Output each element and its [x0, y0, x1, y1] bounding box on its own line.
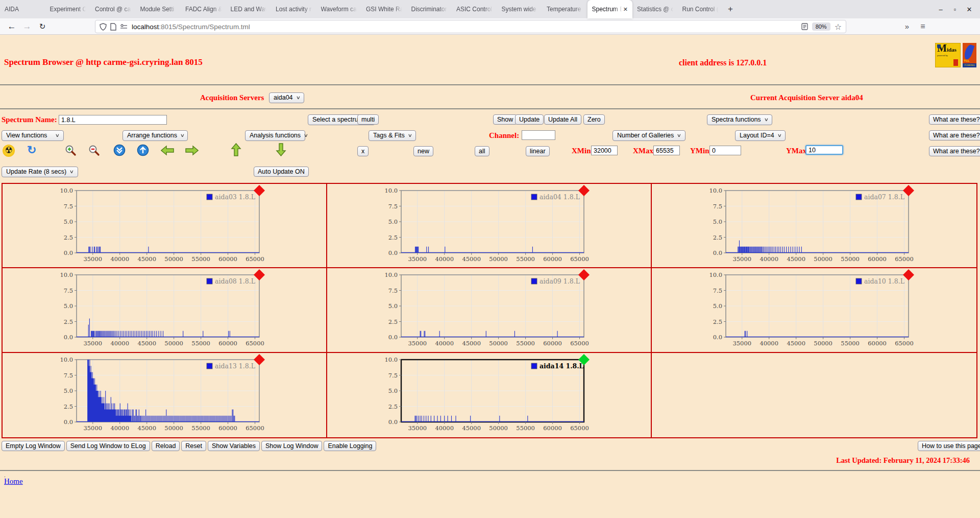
tags-fits-select[interactable]: Tags & Fits∨ — [369, 130, 416, 141]
browser-tab-bar: AIDAExperiment CControl @ caModule Setti… — [0, 0, 980, 18]
number-of-galleries-select[interactable]: Number of Galleries∨ — [612, 130, 685, 141]
arrow-right-icon[interactable] — [185, 145, 199, 158]
browser-tab-control-ca[interactable]: Control @ ca — [90, 0, 136, 18]
overflow-chevrons-icon[interactable]: » — [901, 18, 913, 34]
new-tab-button[interactable]: + — [723, 0, 738, 18]
x-axis-button[interactable]: x — [357, 146, 369, 156]
browser-tab-spectrum-b[interactable]: Spectrum B✕ — [587, 0, 633, 18]
xmax-input[interactable] — [653, 146, 680, 155]
show-button[interactable]: Show — [493, 114, 517, 125]
spectrum-panel-aida07[interactable]: 0.02.55.07.510.0350004000045000500005500… — [652, 184, 976, 268]
svg-text:65000: 65000 — [246, 340, 264, 347]
radiation-icon[interactable]: ☢ — [3, 145, 15, 157]
arrow-up-icon[interactable] — [231, 143, 241, 158]
reader-view-icon[interactable] — [801, 23, 808, 30]
acquisition-server-select[interactable]: aida04∨ — [269, 92, 304, 103]
arrow-left-icon[interactable] — [161, 145, 174, 158]
forward-icon[interactable]: → — [20, 18, 34, 34]
browser-tab-fadc-align-[interactable]: FADC Align & — [181, 0, 226, 18]
spectrum-panel-aida13[interactable]: 0.02.55.07.510.0350004000045000500005500… — [3, 353, 327, 437]
midas-logo[interactable]: Midas powered by — [935, 43, 961, 67]
browser-tab-system-wide[interactable]: System wide — [497, 0, 543, 18]
spectrum-panel-aida14[interactable]: 0.02.55.07.510.0350004000045000500005500… — [327, 353, 652, 437]
what-are-these-button-2[interactable]: What are these? — [929, 130, 980, 140]
reload-icon[interactable]: ↻ — [36, 18, 49, 34]
ymax-input[interactable] — [805, 145, 843, 155]
spectrum-panel-aida04[interactable]: 0.02.55.07.510.0350004000045000500005500… — [327, 184, 652, 268]
collapse-down-icon[interactable] — [113, 144, 126, 158]
browser-tab-led-and-wav[interactable]: LED and Wav — [226, 0, 272, 18]
xmin-input[interactable] — [591, 146, 618, 155]
browser-tab-lost-activity-n[interactable]: Lost activity n — [271, 0, 316, 18]
browser-tab-experiment-c[interactable]: Experiment C — [45, 0, 91, 18]
spectrum-name-input[interactable] — [59, 115, 167, 125]
window-controls: – ▫ ✕ — [937, 0, 980, 18]
what-are-these-button-1[interactable]: What are these? — [929, 114, 980, 125]
refresh-icon[interactable]: ↻ — [27, 144, 36, 157]
auto-update-button[interactable]: Auto Update ON — [254, 167, 309, 177]
how-to-use-button[interactable]: How to use this page — [918, 441, 980, 451]
spectrum-panel-aida03[interactable]: 0.02.55.07.510.0350004000045000500005500… — [3, 184, 327, 268]
minimize-icon[interactable]: – — [937, 6, 944, 13]
zoom-out-icon[interactable] — [88, 145, 101, 159]
browser-tab-statistics-c[interactable]: Statistics @ c — [632, 0, 678, 18]
client-address: client address is 127.0.0.1 — [679, 58, 767, 67]
view-functions-select[interactable]: View functions∨ — [2, 130, 64, 141]
zoom-level-badge[interactable]: 80% — [812, 22, 830, 31]
analysis-functions-select[interactable]: Analysis functions∨ — [245, 130, 305, 141]
linear-button[interactable]: linear — [526, 146, 550, 156]
url-bar[interactable]: localhost:8015/Spectrum/Spectrum.tml 80%… — [95, 20, 846, 33]
zoom-in-icon[interactable] — [65, 145, 77, 159]
show-log-window-button[interactable]: Show Log Window — [261, 441, 323, 451]
reset-button[interactable]: Reset — [181, 441, 206, 451]
svg-text:7.5: 7.5 — [64, 203, 73, 210]
arrow-down-icon[interactable] — [276, 143, 286, 158]
spectrum-panel-aida08[interactable]: 0.02.55.07.510.0350004000045000500005500… — [3, 268, 327, 352]
show-variables-button[interactable]: Show Variables — [208, 441, 260, 451]
update-all-button[interactable]: Update All — [544, 114, 581, 125]
arrange-functions-select[interactable]: Arrange functions∨ — [122, 130, 188, 141]
multi-button[interactable]: multi — [357, 114, 379, 125]
spectrum-chart-aida10: 0.02.55.07.510.0350004000045000500005500… — [709, 271, 918, 352]
browser-tab-module-setti[interactable]: Module Setti — [136, 0, 181, 18]
tab-close-icon[interactable]: ✕ — [623, 6, 628, 13]
tab-label: LED and Wav — [231, 6, 267, 13]
browser-tab-asic-control[interactable]: ASIC Control — [452, 0, 497, 18]
channel-input[interactable] — [522, 130, 555, 140]
maximize-icon[interactable]: ▫ — [951, 6, 959, 13]
menu-hamburger-icon[interactable]: ≡ — [917, 18, 929, 34]
spectrum-panel-aida10[interactable]: 0.02.55.07.510.0350004000045000500005500… — [652, 268, 976, 352]
zero-button[interactable]: Zero — [583, 114, 605, 125]
update-button[interactable]: Update — [515, 114, 544, 125]
send-log-window-to-elog-button[interactable]: Send Log Window to ELog — [66, 441, 150, 451]
update-rate-select[interactable]: Update Rate (8 secs)∨ — [2, 167, 78, 177]
close-icon[interactable]: ✕ — [966, 6, 973, 13]
browser-tab-gsi-white-ra[interactable]: GSI White Ra — [361, 0, 407, 18]
bookmark-star-icon[interactable]: ☆ — [835, 22, 842, 32]
tcl-logo[interactable]: TCL POWERED — [963, 43, 976, 67]
ymin-input[interactable] — [709, 146, 741, 155]
shield-icon[interactable] — [100, 23, 107, 31]
browser-tab-discriminator[interactable]: Discriminator — [407, 0, 452, 18]
tcl-feather-shape — [963, 44, 975, 61]
spectrum-panel-aida09[interactable]: 0.02.55.07.510.0350004000045000500005500… — [327, 268, 652, 352]
all-button[interactable]: all — [475, 146, 489, 156]
home-link[interactable]: Home — [4, 477, 23, 486]
svg-text:45000: 45000 — [787, 255, 805, 263]
what-are-these-button-3[interactable]: What are these? — [929, 146, 980, 156]
browser-tab-aida[interactable]: AIDA — [0, 0, 45, 18]
layout-id-select[interactable]: Layout ID=4∨ — [735, 130, 786, 141]
browser-tab-run-control-[interactable]: Run Control ( — [678, 0, 723, 18]
spectra-functions-select[interactable]: Spectra functions∨ — [707, 114, 772, 125]
back-icon[interactable]: ← — [5, 18, 18, 34]
browser-tab-temperature[interactable]: Temperature — [542, 0, 587, 18]
reload-button[interactable]: Reload — [152, 441, 180, 451]
permissions-icon[interactable] — [120, 23, 128, 30]
enable-logging-button[interactable]: Enable Logging — [324, 441, 376, 451]
browser-tab-waveform-ca[interactable]: Waveform ca — [316, 0, 362, 18]
empty-log-window-button[interactable]: Empty Log Window — [2, 441, 65, 451]
url-text[interactable]: localhost:8015/Spectrum/Spectrum.tml — [132, 23, 801, 31]
new-button[interactable]: new — [413, 146, 433, 156]
expand-up-icon[interactable] — [137, 144, 149, 158]
page-info-icon[interactable] — [110, 23, 116, 31]
